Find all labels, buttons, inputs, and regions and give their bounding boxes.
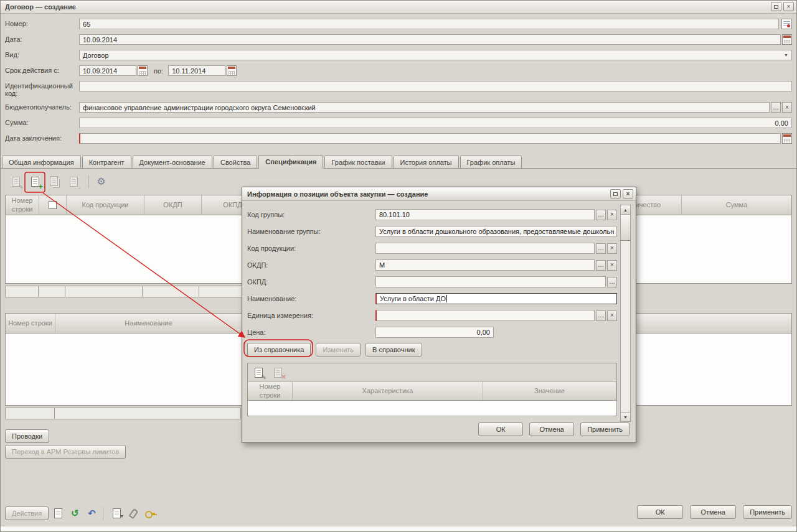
calendar-icon[interactable]	[138, 65, 148, 76]
clear-icon[interactable]: ×	[607, 310, 617, 321]
name-input-text: Услуги в области ДО	[380, 295, 446, 302]
dialog-maximize-button[interactable]	[610, 189, 621, 198]
okpd-label: ОКПД:	[247, 278, 375, 286]
amount-input[interactable]: 0,00	[79, 118, 792, 128]
validity-from-input[interactable]: 10.09.2014	[79, 65, 136, 76]
conclusion-input[interactable]	[79, 133, 781, 144]
spec-table-totals	[5, 286, 260, 297]
pencil-icon: ✎	[262, 375, 266, 381]
tab-basis-document[interactable]: Документ-основание	[133, 156, 212, 168]
clear-icon[interactable]: ×	[607, 210, 617, 220]
refresh-button[interactable]: ↺	[67, 506, 82, 521]
col-characteristic[interactable]: Характеристика	[293, 382, 483, 400]
col-okdp[interactable]: ОКДП	[144, 195, 202, 215]
access-button[interactable]	[143, 506, 158, 521]
calendar-icon[interactable]	[227, 65, 237, 76]
scroll-up-icon[interactable]: ▲	[621, 205, 630, 215]
recipient-input[interactable]: финансовое управление администрации горо…	[79, 102, 770, 113]
copy-row-button[interactable]	[46, 174, 63, 190]
tab-payment-schedule[interactable]: График оплаты	[460, 156, 522, 168]
lookup-icon[interactable]: …	[596, 210, 606, 220]
product-code-input[interactable]	[375, 243, 595, 254]
col-product-code[interactable]: Код продукции	[67, 195, 144, 215]
page-icon	[54, 508, 62, 518]
okdp-input[interactable]: М	[375, 259, 595, 271]
date-input[interactable]: 10.09.2014	[79, 34, 781, 45]
clear-icon[interactable]: ×	[607, 243, 617, 254]
delete-characteristic-button[interactable]: ×	[270, 364, 286, 381]
scrollbar-thumb[interactable]	[621, 215, 630, 241]
tab-general[interactable]: Общая информация	[2, 156, 81, 168]
col-row-number[interactable]: Номер строки	[248, 382, 293, 400]
characteristics-table-body[interactable]	[248, 401, 616, 416]
settings-button[interactable]: ⚙	[93, 174, 110, 190]
from-catalog-button[interactable]: Из справочника	[247, 343, 311, 357]
form-row-date: Дата: 10.09.2014	[0, 32, 797, 47]
restore-button[interactable]	[771, 2, 781, 11]
clear-icon[interactable]: ×	[782, 102, 792, 113]
tab-payment-history[interactable]: История оплаты	[394, 156, 459, 168]
export-row-button[interactable]: →	[65, 174, 82, 190]
add-row-button[interactable]: +	[27, 174, 44, 190]
tab-counterparty[interactable]: Контрагент	[82, 156, 131, 168]
name-input[interactable]: Услуги в области ДО	[375, 293, 617, 304]
calendar-icon[interactable]	[782, 133, 792, 144]
form-row-validity: Срок действия с: 10.09.2014 по: 10.11.20…	[0, 63, 797, 78]
group-code-input[interactable]: 80.101.10	[375, 209, 595, 220]
tab-delivery-schedule[interactable]: График поставки	[324, 156, 392, 168]
conclusion-label: Дата заключения:	[5, 133, 79, 142]
group-name-input[interactable]: Услуги в области дошкольного образования…	[375, 226, 617, 237]
select-all-checkbox[interactable]	[49, 201, 57, 209]
edit-button[interactable]: Изменить	[316, 343, 361, 357]
col-row-number[interactable]: Номер строки	[6, 195, 39, 215]
col-name[interactable]: Наименование	[55, 314, 242, 333]
tab-properties[interactable]: Свойства	[214, 156, 257, 168]
print-menu-button[interactable]: ▼	[109, 506, 124, 521]
document-button[interactable]	[50, 506, 65, 521]
attachments-button[interactable]	[126, 506, 141, 521]
to-catalog-button[interactable]: В справочник	[365, 343, 422, 357]
dialog-footer-buttons: ОК Отмена Применить	[478, 422, 630, 436]
undo-button[interactable]: ↶	[84, 506, 99, 521]
dialog-apply-button[interactable]: Применить	[580, 422, 630, 436]
edit-row-button[interactable]: ✎	[7, 174, 24, 190]
unit-label: Единица измерения:	[247, 312, 375, 319]
scrollbar-track[interactable]	[621, 215, 630, 412]
ok-button[interactable]: ОК	[637, 505, 683, 519]
kind-select[interactable]: Договор ▼	[79, 50, 792, 60]
close-button[interactable]: ×	[783, 2, 794, 11]
col-row-number[interactable]: Номер строки	[6, 314, 55, 333]
chevron-down-icon[interactable]: ▼	[784, 53, 788, 57]
lookup-icon[interactable]: …	[596, 243, 606, 254]
price-input[interactable]: 0,00	[375, 327, 494, 338]
dialog-scrollbar[interactable]: ▲ ▼	[620, 205, 631, 422]
lookup-icon[interactable]: …	[596, 260, 606, 271]
scroll-down-icon[interactable]: ▼	[621, 412, 630, 421]
postings-button[interactable]: Проводки	[5, 429, 49, 443]
edit-characteristic-button[interactable]: ✎	[250, 364, 267, 381]
lookup-icon[interactable]: …	[607, 277, 617, 287]
cancel-button[interactable]: Отмена	[690, 505, 736, 519]
dialog-close-button[interactable]: ×	[623, 189, 633, 198]
calendar-icon[interactable]	[782, 34, 792, 45]
dialog-cancel-button[interactable]: Отмена	[529, 422, 574, 436]
lookup-icon[interactable]: …	[596, 310, 606, 321]
unit-input[interactable]	[375, 310, 595, 321]
okpd-input[interactable]	[375, 276, 606, 287]
col-value[interactable]: Значение	[483, 382, 616, 400]
col-amount[interactable]: Сумма	[682, 195, 791, 215]
validity-to-input[interactable]: 10.11.2014	[168, 65, 225, 76]
ident-input[interactable]	[79, 81, 792, 91]
register-icon[interactable]	[781, 19, 792, 29]
dialog-row-name: Наименование: Услуги в области ДО	[247, 293, 617, 304]
clear-icon[interactable]: ×	[607, 260, 617, 271]
lookup-icon[interactable]: …	[771, 102, 781, 113]
apply-button[interactable]: Применить	[743, 505, 792, 519]
actions-button[interactable]: Действия	[5, 506, 49, 520]
tab-specification[interactable]: Спецификация	[258, 155, 323, 169]
number-input[interactable]: 65	[79, 19, 779, 29]
product-code-label: Код продукции:	[247, 245, 375, 252]
dialog-ok-button[interactable]: ОК	[478, 422, 523, 436]
goto-arm-button[interactable]: Переход в АРМ Резервы лимитов	[5, 445, 126, 459]
col-select[interactable]	[39, 195, 67, 215]
